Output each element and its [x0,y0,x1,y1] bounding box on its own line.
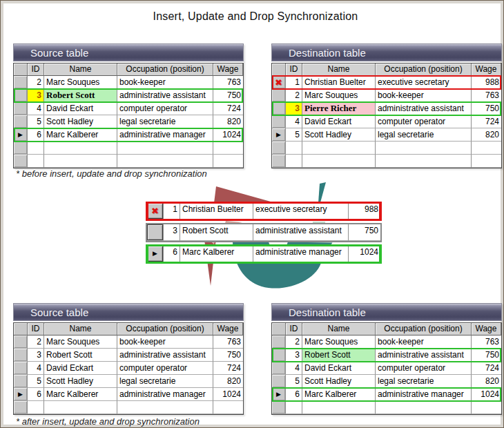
cell-name: Marc Souques [302,335,376,349]
cell-id: 2 [286,335,302,349]
cell-occupation: book-keeper [376,89,472,102]
row-selector: ▶ [272,388,286,401]
cell-name: David Eckart [302,115,376,128]
cell-wage: 763 [472,335,501,349]
cell-id: 6 [164,246,180,262]
cell-name [302,155,376,168]
cell-wage: 1024 [213,128,243,142]
cell-name: Christian Buelter [180,203,253,220]
cell-id: 2 [286,89,302,102]
row-selector [14,401,28,414]
col-header-name: Name [44,64,117,76]
arrow-icon: ▶ [18,132,23,138]
cell-wage: 724 [472,115,501,128]
cell-wage: 750 [213,349,243,362]
cell-name: Scott Hadley [302,128,376,142]
column-header-row: ID Name Occupation (position) Wage [14,64,243,76]
cell-id: 3 [286,102,302,115]
cell-wage: 988 [349,203,380,220]
cell-occupation: administrative manager [376,388,472,401]
cell-occupation [376,142,472,155]
row-selector [14,349,28,362]
caption-before: * before insert, update and drop synchro… [16,168,207,179]
row-selector [14,375,28,388]
source-table-after: Source table ID Name Occupation (positio… [13,303,244,415]
cell-occupation [117,142,213,155]
cell-wage: 988 [472,76,501,89]
col-header-occupation: Occupation (position) [117,323,213,335]
cell-id: 6 [286,388,302,401]
col-header-name: Name [302,64,376,76]
cell-name [44,155,117,168]
table-title: Source table [13,43,244,61]
table-row: 3 Pierre Richer administrative assistant… [272,102,501,115]
cell-occupation: administrative assistant [376,349,472,362]
cell-id: 3 [28,349,44,362]
cell-name: David Eckart [302,362,376,375]
col-header-name: Name [44,323,117,335]
cell-wage: 1024 [472,388,501,401]
table-row: 3 Robert Scott administrative assistant … [14,89,243,102]
cell-name [44,142,117,155]
table-row: 4 David Eckart computer operator 724 [272,362,501,375]
cell-wage: 750 [349,224,380,241]
table-body: 2 Marc Souques book-keeper 763 3 Robert … [14,335,243,414]
cell-occupation [376,155,472,168]
cell-id [28,401,44,414]
cell-wage: 763 [213,76,243,89]
data-grid: ID Name Occupation (position) Wage 2 Mar… [271,322,502,415]
table-row: ▶ 6 Marc Kalberer administrative manager… [272,388,501,401]
destination-table-before: Destination table ID Name Occupation (po… [271,43,502,168]
cell-name: Marc Souques [44,76,117,89]
arrow-icon: ▶ [153,251,157,257]
cell-occupation [117,401,213,414]
cell-id [28,155,44,168]
cell-wage: 1024 [213,388,243,401]
table-row: ✖ 1 Christian Buelter executive secretar… [272,76,501,89]
cell-name: Marc Kalberer [44,128,117,142]
row-selector [272,89,286,102]
cell-name: Marc Souques [44,335,117,349]
cell-occupation: computer operator [117,102,213,115]
table-row: 5 Scott Hadley legal secretarie 820 [272,375,501,388]
table-row: ▶ 6 Marc Kalberer administrative manager… [14,128,243,142]
cell-wage [213,401,243,414]
cell-occupation: book-keeper [117,76,213,89]
row-selector [14,362,28,375]
table-row: 4 David Eckart computer operator 724 [14,102,243,115]
cell-occupation: legal secretarie [376,128,472,142]
cell-id: 3 [28,89,44,102]
cell-wage: 724 [472,362,501,375]
column-header-row: ID Name Occupation (position) Wage [14,323,243,335]
cell-wage [472,401,501,414]
cell-id: 6 [28,128,44,142]
cell-wage: 763 [472,89,501,102]
cell-occupation [117,155,213,168]
table-row: 2 Marc Souques book-keeper 763 [14,76,243,89]
row-selector: ▶ [14,128,28,142]
cell-name: Marc Kalberer [180,246,253,262]
table-row: 3 Robert Scott administrative assistant … [14,349,243,362]
table-row: 3 Robert Scott administrative assistant … [272,349,501,362]
cell-occupation: legal secretarie [117,115,213,128]
page-title: Insert, Update and Drop Synchronization [7,10,504,23]
table-row [272,155,501,168]
cell-occupation: executive secretary [376,76,472,89]
delete-icon: ✖ [275,78,282,87]
cell-id: 5 [28,115,44,128]
cell-name: Scott Hadley [44,115,117,128]
cell-id: 5 [286,128,302,142]
row-selector: ✖ [147,203,164,220]
col-header-wage: Wage [472,323,501,335]
figure-background: Insert, Update and Drop Synchronization … [1,1,503,427]
figure-content: Insert, Update and Drop Synchronization … [7,7,504,428]
cell-wage: 820 [213,375,243,388]
cell-name: Marc Kalberer [44,388,117,401]
source-table-before: Source table ID Name Occupation (positio… [13,43,244,168]
arrow-icon: ▶ [276,132,281,138]
table-row: 2 Marc Souques book-keeper 763 [272,89,501,102]
col-header-id: ID [286,323,302,335]
table-row: ✖ 1 Christian Buelter executive secretar… [146,202,382,221]
cell-id: 4 [286,362,302,375]
row-selector [14,142,28,155]
